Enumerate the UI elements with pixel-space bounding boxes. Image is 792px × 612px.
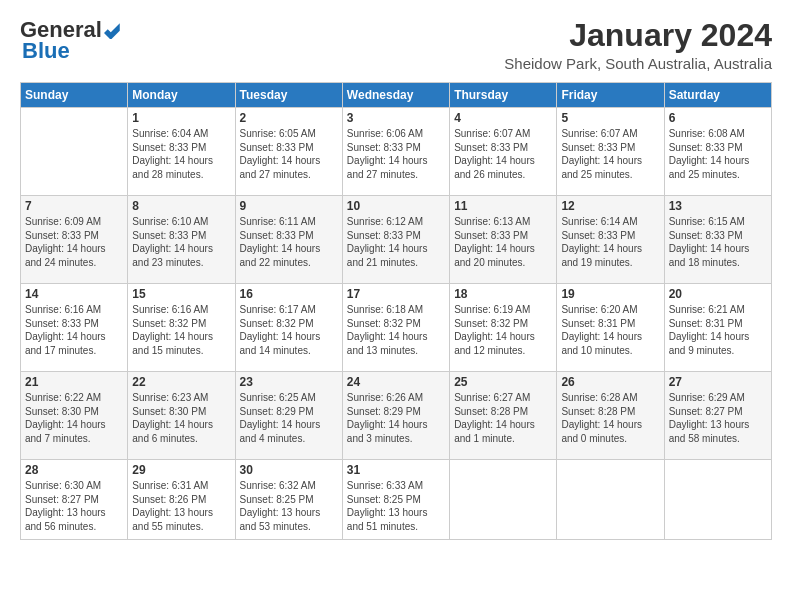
calendar-week-5: 28Sunrise: 6:30 AMSunset: 8:27 PMDayligh…	[21, 460, 772, 540]
day-number: 20	[669, 287, 767, 301]
day-info: Sunrise: 6:18 AMSunset: 8:32 PMDaylight:…	[347, 303, 445, 357]
day-number: 19	[561, 287, 659, 301]
day-number: 27	[669, 375, 767, 389]
day-info: Sunrise: 6:11 AMSunset: 8:33 PMDaylight:…	[240, 215, 338, 269]
day-info: Sunrise: 6:12 AMSunset: 8:33 PMDaylight:…	[347, 215, 445, 269]
calendar-cell: 6Sunrise: 6:08 AMSunset: 8:33 PMDaylight…	[664, 108, 771, 196]
day-number: 14	[25, 287, 123, 301]
logo: General Blue	[20, 18, 122, 64]
header: General Blue January 2024 Sheidow Park, …	[20, 18, 772, 72]
day-info: Sunrise: 6:17 AMSunset: 8:32 PMDaylight:…	[240, 303, 338, 357]
day-number: 16	[240, 287, 338, 301]
calendar-cell: 9Sunrise: 6:11 AMSunset: 8:33 PMDaylight…	[235, 196, 342, 284]
day-number: 9	[240, 199, 338, 213]
day-number: 24	[347, 375, 445, 389]
calendar-cell: 27Sunrise: 6:29 AMSunset: 8:27 PMDayligh…	[664, 372, 771, 460]
calendar-table: SundayMondayTuesdayWednesdayThursdayFrid…	[20, 82, 772, 540]
calendar-cell: 28Sunrise: 6:30 AMSunset: 8:27 PMDayligh…	[21, 460, 128, 540]
day-info: Sunrise: 6:28 AMSunset: 8:28 PMDaylight:…	[561, 391, 659, 445]
calendar-cell: 16Sunrise: 6:17 AMSunset: 8:32 PMDayligh…	[235, 284, 342, 372]
calendar-cell: 25Sunrise: 6:27 AMSunset: 8:28 PMDayligh…	[450, 372, 557, 460]
logo-bird-icon	[104, 21, 122, 39]
day-info: Sunrise: 6:13 AMSunset: 8:33 PMDaylight:…	[454, 215, 552, 269]
day-info: Sunrise: 6:20 AMSunset: 8:31 PMDaylight:…	[561, 303, 659, 357]
calendar-cell: 15Sunrise: 6:16 AMSunset: 8:32 PMDayligh…	[128, 284, 235, 372]
calendar-cell: 7Sunrise: 6:09 AMSunset: 8:33 PMDaylight…	[21, 196, 128, 284]
day-header-tuesday: Tuesday	[235, 83, 342, 108]
day-number: 2	[240, 111, 338, 125]
day-header-wednesday: Wednesday	[342, 83, 449, 108]
day-info: Sunrise: 6:19 AMSunset: 8:32 PMDaylight:…	[454, 303, 552, 357]
day-number: 13	[669, 199, 767, 213]
calendar-cell: 24Sunrise: 6:26 AMSunset: 8:29 PMDayligh…	[342, 372, 449, 460]
calendar-cell	[21, 108, 128, 196]
day-number: 26	[561, 375, 659, 389]
calendar-cell: 21Sunrise: 6:22 AMSunset: 8:30 PMDayligh…	[21, 372, 128, 460]
calendar-cell: 14Sunrise: 6:16 AMSunset: 8:33 PMDayligh…	[21, 284, 128, 372]
day-info: Sunrise: 6:07 AMSunset: 8:33 PMDaylight:…	[454, 127, 552, 181]
day-info: Sunrise: 6:04 AMSunset: 8:33 PMDaylight:…	[132, 127, 230, 181]
day-number: 3	[347, 111, 445, 125]
day-info: Sunrise: 6:07 AMSunset: 8:33 PMDaylight:…	[561, 127, 659, 181]
day-info: Sunrise: 6:15 AMSunset: 8:33 PMDaylight:…	[669, 215, 767, 269]
calendar-cell: 13Sunrise: 6:15 AMSunset: 8:33 PMDayligh…	[664, 196, 771, 284]
calendar-cell: 4Sunrise: 6:07 AMSunset: 8:33 PMDaylight…	[450, 108, 557, 196]
day-number: 12	[561, 199, 659, 213]
day-info: Sunrise: 6:33 AMSunset: 8:25 PMDaylight:…	[347, 479, 445, 533]
calendar-cell: 10Sunrise: 6:12 AMSunset: 8:33 PMDayligh…	[342, 196, 449, 284]
calendar-week-3: 14Sunrise: 6:16 AMSunset: 8:33 PMDayligh…	[21, 284, 772, 372]
location-subtitle: Sheidow Park, South Australia, Australia	[504, 55, 772, 72]
day-header-thursday: Thursday	[450, 83, 557, 108]
title-block: January 2024 Sheidow Park, South Austral…	[504, 18, 772, 72]
day-info: Sunrise: 6:27 AMSunset: 8:28 PMDaylight:…	[454, 391, 552, 445]
day-number: 8	[132, 199, 230, 213]
day-info: Sunrise: 6:32 AMSunset: 8:25 PMDaylight:…	[240, 479, 338, 533]
day-info: Sunrise: 6:23 AMSunset: 8:30 PMDaylight:…	[132, 391, 230, 445]
day-info: Sunrise: 6:08 AMSunset: 8:33 PMDaylight:…	[669, 127, 767, 181]
calendar-week-2: 7Sunrise: 6:09 AMSunset: 8:33 PMDaylight…	[21, 196, 772, 284]
day-number: 21	[25, 375, 123, 389]
calendar-cell: 19Sunrise: 6:20 AMSunset: 8:31 PMDayligh…	[557, 284, 664, 372]
calendar-cell	[557, 460, 664, 540]
day-number: 1	[132, 111, 230, 125]
day-info: Sunrise: 6:21 AMSunset: 8:31 PMDaylight:…	[669, 303, 767, 357]
day-number: 28	[25, 463, 123, 477]
day-number: 7	[25, 199, 123, 213]
day-info: Sunrise: 6:25 AMSunset: 8:29 PMDaylight:…	[240, 391, 338, 445]
calendar-cell: 1Sunrise: 6:04 AMSunset: 8:33 PMDaylight…	[128, 108, 235, 196]
day-number: 5	[561, 111, 659, 125]
calendar-cell: 8Sunrise: 6:10 AMSunset: 8:33 PMDaylight…	[128, 196, 235, 284]
day-header-saturday: Saturday	[664, 83, 771, 108]
calendar-cell: 22Sunrise: 6:23 AMSunset: 8:30 PMDayligh…	[128, 372, 235, 460]
day-info: Sunrise: 6:10 AMSunset: 8:33 PMDaylight:…	[132, 215, 230, 269]
day-info: Sunrise: 6:05 AMSunset: 8:33 PMDaylight:…	[240, 127, 338, 181]
calendar-cell: 18Sunrise: 6:19 AMSunset: 8:32 PMDayligh…	[450, 284, 557, 372]
day-header-monday: Monday	[128, 83, 235, 108]
day-info: Sunrise: 6:22 AMSunset: 8:30 PMDaylight:…	[25, 391, 123, 445]
day-number: 6	[669, 111, 767, 125]
calendar-cell: 26Sunrise: 6:28 AMSunset: 8:28 PMDayligh…	[557, 372, 664, 460]
day-number: 11	[454, 199, 552, 213]
calendar-cell: 3Sunrise: 6:06 AMSunset: 8:33 PMDaylight…	[342, 108, 449, 196]
calendar-cell: 29Sunrise: 6:31 AMSunset: 8:26 PMDayligh…	[128, 460, 235, 540]
day-info: Sunrise: 6:16 AMSunset: 8:32 PMDaylight:…	[132, 303, 230, 357]
day-info: Sunrise: 6:09 AMSunset: 8:33 PMDaylight:…	[25, 215, 123, 269]
day-number: 31	[347, 463, 445, 477]
calendar-cell: 17Sunrise: 6:18 AMSunset: 8:32 PMDayligh…	[342, 284, 449, 372]
calendar-header-row: SundayMondayTuesdayWednesdayThursdayFrid…	[21, 83, 772, 108]
calendar-cell	[664, 460, 771, 540]
day-number: 10	[347, 199, 445, 213]
day-info: Sunrise: 6:14 AMSunset: 8:33 PMDaylight:…	[561, 215, 659, 269]
day-info: Sunrise: 6:06 AMSunset: 8:33 PMDaylight:…	[347, 127, 445, 181]
day-number: 29	[132, 463, 230, 477]
calendar-cell	[450, 460, 557, 540]
day-number: 18	[454, 287, 552, 301]
day-info: Sunrise: 6:30 AMSunset: 8:27 PMDaylight:…	[25, 479, 123, 533]
calendar-cell: 23Sunrise: 6:25 AMSunset: 8:29 PMDayligh…	[235, 372, 342, 460]
calendar-cell: 30Sunrise: 6:32 AMSunset: 8:25 PMDayligh…	[235, 460, 342, 540]
calendar-cell: 11Sunrise: 6:13 AMSunset: 8:33 PMDayligh…	[450, 196, 557, 284]
day-header-friday: Friday	[557, 83, 664, 108]
logo-blue-text: Blue	[20, 38, 70, 64]
calendar-week-1: 1Sunrise: 6:04 AMSunset: 8:33 PMDaylight…	[21, 108, 772, 196]
day-number: 15	[132, 287, 230, 301]
